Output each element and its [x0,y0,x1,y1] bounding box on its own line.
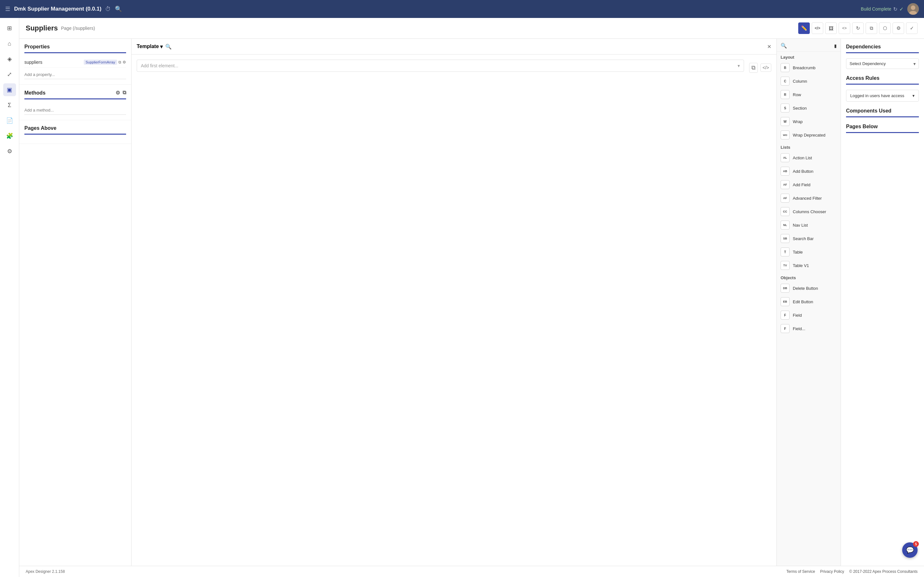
header-actions: ✏️ </> 🖼 <> ↻ ⧉ ⬡ ⚙ ✓ [798,23,918,34]
comp-item-search-bar[interactable]: SB Search Bar [777,232,841,245]
comp-abbr-field: F [780,311,790,319]
comp-name-column: Column [793,79,807,84]
template-search-input[interactable] [174,43,764,50]
comp-item-column[interactable]: C Column [777,74,841,88]
methods-gear-icon[interactable]: ⚙ [115,90,120,96]
comp-item-wrap-deprecated[interactable]: WD Wrap Deprecated [777,128,841,142]
comp-item-section[interactable]: S Section [777,101,841,115]
comp-abbr-add-button: AB [780,167,790,176]
settings-button[interactable]: ⚙ [893,23,904,34]
comp-item-wrap[interactable]: W Wrap [777,115,841,128]
lists-section-title: Lists [777,142,841,151]
chat-bubble[interactable]: 💬 5 [902,542,918,558]
comp-item-field-more[interactable]: F Field... [777,322,841,335]
template-chevron-icon[interactable]: ▾ [160,44,163,50]
sidebar-item-puzzle[interactable]: 🧩 [3,129,16,142]
comp-name-columns-chooser: Columns Chooser [793,210,826,214]
template-close-icon[interactable]: ✕ [767,44,771,50]
sidebar-item-file[interactable]: 📄 [3,114,16,127]
history-icon[interactable]: ⏱ [105,6,111,13]
comp-item-advanced-filter[interactable]: AF Advanced Filter [777,191,841,205]
sidebar-item-dashboard[interactable]: ◈ [3,53,16,65]
sidebar-item-grid[interactable]: ⊞ [3,22,16,35]
copyright-text: © 2017-2022 Apex Process Consultants [849,569,918,574]
sidebar-item-share[interactable]: ⤢ [3,68,16,81]
comp-item-delete-button[interactable]: DB Delete Button [777,282,841,295]
copy-icon[interactable]: ⧉ [118,60,121,64]
comp-item-breadcrumb[interactable]: B Breadcrumb [777,61,841,74]
dependency-select-wrapper: Select Dependency ▾ [846,58,919,69]
app-title: Dmk Supplier Management (0.0.1) [14,6,102,12]
comp-item-action-list[interactable]: AL Action List [777,151,841,164]
edit-button[interactable]: ✏️ [798,23,810,34]
settings-icon[interactable]: ⚙ [123,60,126,64]
code-view-button[interactable]: </> [812,23,823,34]
comp-abbr-field-more: F [780,324,790,333]
image-button[interactable]: 🖼 [825,23,837,34]
terms-of-service-link[interactable]: Terms of Service [787,569,815,574]
add-element-dropdown[interactable]: Add first element... ▾ [137,60,744,72]
components-search-icon[interactable]: 🔍 [780,43,787,49]
comp-name-section: Section [793,106,806,111]
sidebar-item-monitor[interactable]: ▣ [3,83,16,96]
sidebar-item-home[interactable]: ⌂ [3,37,16,50]
comp-name-table: Table [793,250,803,255]
add-method-input[interactable] [24,106,126,115]
comp-item-nav-list[interactable]: NL Nav List [777,218,841,232]
check-button[interactable]: ✓ [906,23,918,34]
comp-abbr-table-v1: TV [780,261,790,270]
comp-name-wrap-deprecated: Wrap Deprecated [793,133,825,137]
embed-button[interactable]: <> [838,23,850,34]
paste-icon[interactable]: ⧉ [749,63,758,73]
comp-item-columns-chooser[interactable]: CC Columns Chooser [777,205,841,218]
comp-name-nav-list: Nav List [793,223,808,227]
add-property-input[interactable] [24,70,126,79]
refresh-button[interactable]: ↻ [852,23,864,34]
page-header: Suppliers Page (/suppliers) ✏️ </> 🖼 <> … [19,18,924,39]
copy-button[interactable]: ⧉ [866,23,877,34]
check-circle-icon: ✓ [899,6,903,12]
refresh-icon[interactable]: ↻ [893,6,897,12]
comp-item-edit-button[interactable]: EB Edit Button [777,295,841,308]
comp-name-search-bar: Search Bar [793,236,814,241]
search-icon[interactable]: 🔍 [115,5,122,13]
comp-item-add-button[interactable]: AB Add Button [777,164,841,178]
privacy-policy-link[interactable]: Privacy Policy [820,569,844,574]
components-filter-icon[interactable]: ▮ [834,43,837,48]
comp-abbr-section: S [780,103,790,113]
methods-copy-icon[interactable]: ⧉ [123,90,126,96]
comp-abbr-action-list: AL [780,153,790,162]
dependency-select[interactable]: Select Dependency [846,58,919,69]
property-badge: SupplierFormArray [84,60,117,65]
pages-above-title: Pages Above [24,125,57,131]
comp-abbr-columns-chooser: CC [780,207,790,216]
comp-abbr-advanced-filter: AF [780,193,790,203]
menu-icon[interactable]: ☰ [5,5,10,13]
dependencies-panel: Dependencies Select Dependency ▾ Access … [841,39,924,566]
sidebar-item-sigma[interactable]: Σ [3,99,16,111]
access-rules-section: Access Rules Logged in users have access… [846,75,919,102]
layers-button[interactable]: ⬡ [879,23,891,34]
objects-section-title: Objects [777,272,841,282]
comp-item-add-field[interactable]: AF Add Field [777,178,841,191]
code-icon[interactable]: </> [760,63,771,72]
comp-item-field[interactable]: F Field [777,308,841,322]
user-avatar[interactable] [907,3,919,15]
access-rule-value: Logged in users have access [850,93,904,98]
sidebar-item-settings[interactable]: ⚙ [3,145,16,158]
pages-below-section: Pages Below [846,124,919,133]
template-search-icon[interactable]: 🔍 [165,44,172,50]
properties-title: Properties [24,44,50,50]
comp-item-table[interactable]: T Table [777,245,841,259]
access-rule-dropdown[interactable]: Logged in users have access ▾ [846,90,919,102]
svg-point-1 [911,5,915,10]
comp-item-table-v1[interactable]: TV Table V1 [777,259,841,272]
comp-name-row: Row [793,92,801,97]
comp-abbr-delete-button: DB [780,284,790,293]
comp-name-add-field: Add Field [793,182,811,187]
components-used-title: Components Used [846,108,919,117]
comp-abbr-add-field: AF [780,180,790,189]
comp-abbr-wrap-deprecated: WD [780,131,790,139]
comp-item-row[interactable]: R Row [777,88,841,101]
dropdown-arrow-icon: ▾ [738,63,740,68]
